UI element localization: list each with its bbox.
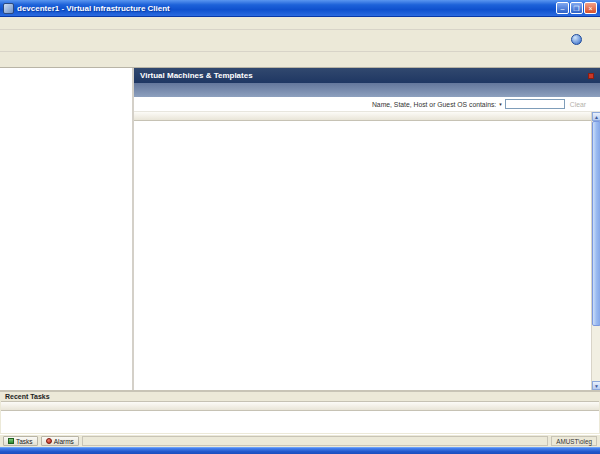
panel-title: Virtual Machines & Templates <box>140 71 253 80</box>
restore-button[interactable]: ❐ <box>570 2 583 14</box>
main-toolbar <box>0 30 600 52</box>
filter-dropdown-icon[interactable]: ▾ <box>499 101 502 107</box>
application-window: devcenter1 - Virtual Infrastructure Clie… <box>0 0 600 454</box>
window-title: devcenter1 - Virtual Infrastructure Clie… <box>17 4 556 13</box>
inventory-tree <box>0 68 134 390</box>
scroll-down-icon[interactable]: ▼ <box>592 381 600 390</box>
title-bar[interactable]: devcenter1 - Virtual Infrastructure Clie… <box>0 0 600 17</box>
filter-clear-button[interactable]: Clear <box>570 101 586 108</box>
vm-table: ▲ ▼ <box>134 112 600 390</box>
alarms-toggle-label: Alarms <box>54 438 74 445</box>
logged-in-user: AMUST\oleg <box>551 436 597 446</box>
filter-input[interactable] <box>505 99 565 109</box>
tasks-icon <box>8 438 14 444</box>
recent-tasks-panel: Recent Tasks <box>0 390 600 434</box>
panel-header: Virtual Machines & Templates <box>134 68 600 83</box>
minimize-button[interactable]: – <box>556 2 569 14</box>
nav-toolbar <box>0 52 600 68</box>
alarms-toggle-button[interactable]: Alarms <box>41 436 79 446</box>
globe-icon <box>571 34 582 45</box>
status-bar: Tasks Alarms AMUST\oleg <box>0 434 600 447</box>
statusbar-spacer <box>82 436 548 446</box>
vm-table-body <box>134 121 591 390</box>
tasks-toggle-label: Tasks <box>16 438 33 445</box>
scroll-up-icon[interactable]: ▲ <box>592 112 600 121</box>
panel-close-icon[interactable] <box>588 73 594 79</box>
recent-tasks-title: Recent Tasks <box>0 392 600 401</box>
vertical-scrollbar[interactable]: ▲ ▼ <box>591 112 600 390</box>
close-button[interactable]: × <box>584 2 597 14</box>
vm-table-header <box>134 112 591 121</box>
os-taskbar[interactable] <box>0 447 600 454</box>
alarms-icon <box>46 438 52 444</box>
tasks-toggle-button[interactable]: Tasks <box>3 436 38 446</box>
menu-bar <box>0 17 600 30</box>
recent-tasks-header <box>1 401 599 411</box>
right-panel: Virtual Machines & Templates Name, State… <box>134 68 600 390</box>
recent-tasks-body <box>1 411 599 433</box>
filter-label: Name, State, Host or Guest OS contains: <box>372 101 496 108</box>
filter-bar: Name, State, Host or Guest OS contains: … <box>134 97 600 112</box>
tab-bar <box>134 83 600 97</box>
scrollbar-thumb[interactable] <box>592 121 600 326</box>
app-icon <box>3 3 14 14</box>
